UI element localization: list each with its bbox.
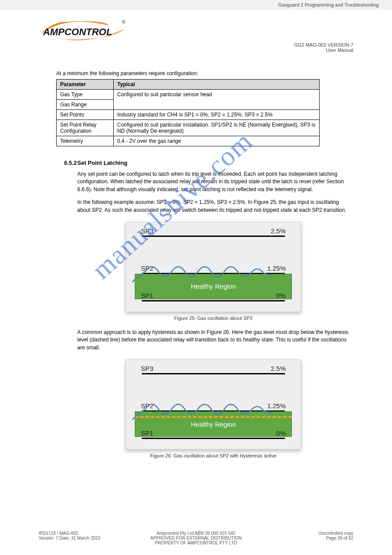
page-label-line2: User Manual xyxy=(294,47,353,53)
cell-typical: Industry standard for CH4 is SP1 = 0%, S… xyxy=(114,110,320,120)
sp1-left-label: SP1 xyxy=(141,429,153,437)
chart-card: SP3 2.5% SP2 1.25% Healthy Region SP1 xyxy=(126,222,301,312)
chart-card: SP3 2.5% SP2 1.25% Healthy Region SP1 xyxy=(126,359,301,450)
section-number: 6.5.2 xyxy=(64,160,77,166)
sp1-line xyxy=(142,438,285,439)
section-paragraph: Any set point can be configured to latch… xyxy=(77,170,349,193)
sp3-line xyxy=(142,236,285,237)
section-paragraph: In the following example assume: SP1 = 0… xyxy=(77,199,349,214)
table-row: Set Point Relay Configuration Configured… xyxy=(57,120,320,136)
hysteresis-line xyxy=(135,416,292,418)
footer-center: Ampcontrol Pty Ltd ABN 28 000 915 542 AP… xyxy=(144,531,248,545)
sp3-left-label: SP3 xyxy=(141,227,153,235)
page-label: GG2 MAG-002 VERSION 7 User Manual xyxy=(294,42,353,53)
section-652: 6.5.2 Set Point Latching Any set point c… xyxy=(77,160,349,458)
logo-text: AMPCONTROL xyxy=(43,26,112,37)
sp3-right-label: 2.5% xyxy=(271,227,286,235)
healthy-region: Healthy Region xyxy=(135,411,292,437)
table-header-parameter: Parameter xyxy=(57,80,114,90)
intro-line: At a minimum the following parameters re… xyxy=(56,70,354,76)
page-label-line1: GG2 MAG-002 VERSION 7 xyxy=(294,42,353,47)
sp1-line xyxy=(142,300,285,301)
page-content: At a minimum the following parameters re… xyxy=(39,70,354,466)
table-header-row: Parameter Typical xyxy=(57,80,320,90)
footer-center-line2: APPROVED FOR EXTERNAL DISTRIBUTION PROPE… xyxy=(144,536,248,545)
footer-right-line1: Uncontrolled copy xyxy=(248,531,353,536)
cell-typical: Configured to suit particular sensor hea… xyxy=(114,90,320,110)
cell-param: Set Point Relay Configuration xyxy=(57,120,114,136)
footer-right: Uncontrolled copy Page 39 of 82 xyxy=(248,531,353,545)
table-row: Set Points Industry standard for CH4 is … xyxy=(57,110,320,120)
healthy-region: Healthy Region xyxy=(135,274,292,299)
sp2-right-label: 1.25% xyxy=(267,265,286,272)
sp1-right-label: 0% xyxy=(276,429,286,437)
sp2-left-label: SP2 xyxy=(141,265,153,272)
sp2-left-label: SP2 xyxy=(141,402,153,410)
cell-typical: Configured to suit particular installati… xyxy=(114,120,320,136)
table-row: Gas Type Configured to suit particular s… xyxy=(57,90,320,100)
table-header-typical: Typical xyxy=(114,80,320,90)
doc-header-bar: Gasguard 2 Programming and Troubleshooti… xyxy=(0,0,392,10)
sp1-left-label: SP1 xyxy=(141,292,153,299)
ampcontrol-logo: AMPCONTROL ® xyxy=(39,19,126,42)
cell-typical: 0.4 - 2V over the gas range xyxy=(114,136,320,146)
figure-26: SP3 2.5% SP2 1.25% Healthy Region SP1 xyxy=(77,359,349,450)
footer-left-line2: Version: 7 Date: 31 March 2023 xyxy=(39,536,144,540)
footer-left-line1: IPD1118 / MAG-002 xyxy=(39,531,144,536)
cell-param: Telemetry xyxy=(57,136,114,146)
healthy-region-label: Healthy Region xyxy=(191,283,236,290)
cell-param: Set Points xyxy=(57,110,114,120)
sp3-left-label: SP3 xyxy=(141,365,153,372)
sp2-right-label: 1.25% xyxy=(267,402,286,410)
healthy-region-label: Healthy Region xyxy=(191,421,236,428)
section-paragraph: A common approach is to apply hysteresis… xyxy=(77,329,349,352)
cell-param: Gas Range xyxy=(57,100,114,110)
sp3-line xyxy=(142,373,285,374)
doc-header-title: Gasguard 2 Programming and Troubleshooti… xyxy=(278,2,379,7)
svg-text:®: ® xyxy=(122,20,126,25)
sp1-right-label: 0% xyxy=(276,292,286,299)
cell-param: Gas Type xyxy=(57,90,114,100)
footer-right-line2: Page 39 of 82 xyxy=(248,536,353,540)
section-title: Set Point Latching xyxy=(77,160,349,166)
figure-26-caption: Figure 26: Gas oscillation about SP2 wit… xyxy=(77,453,349,458)
figure-25: SP3 2.5% SP2 1.25% Healthy Region SP1 xyxy=(77,222,349,312)
table-row: Telemetry 0.4 - 2V over the gas range xyxy=(57,136,320,146)
footer-center-line1: Ampcontrol Pty Ltd ABN 28 000 915 542 xyxy=(144,531,248,536)
footer-left: IPD1118 / MAG-002 Version: 7 Date: 31 Ma… xyxy=(39,531,144,545)
parameters-table: Parameter Typical Gas Type Configured to… xyxy=(56,79,320,146)
page-footer: IPD1118 / MAG-002 Version: 7 Date: 31 Ma… xyxy=(39,531,353,545)
figure-25-caption: Figure 25: Gas oscillation about SP2 xyxy=(77,316,349,321)
sp3-right-label: 2.5% xyxy=(271,365,286,372)
